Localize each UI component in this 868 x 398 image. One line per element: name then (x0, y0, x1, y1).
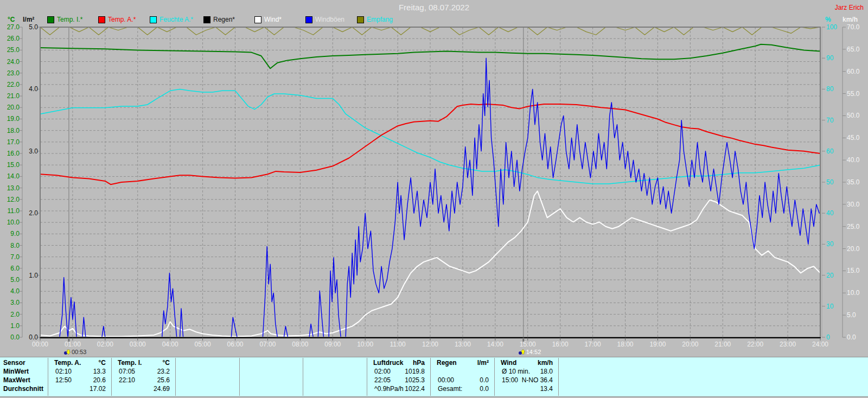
table-cell-value: 13.3 (57, 368, 106, 375)
axis-tick-kmh: 70.0 (847, 24, 859, 30)
axis-tick-pct: 80 (826, 86, 833, 92)
axis-tick-c: 25.0 (2, 47, 20, 53)
axis-tick-c: 15.0 (2, 162, 20, 168)
x-axis-tick: 19:00 (644, 341, 671, 348)
x-axis-tick: 15:00 (515, 341, 541, 348)
x-axis-tick: 09:00 (320, 341, 346, 348)
axis-tick-kmh: 25.0 (847, 223, 859, 230)
weather-station-window: Freitag, 08.07.2022 Jarz Erich °C l/m² %… (0, 0, 868, 398)
axis-tick-c: 20.0 (2, 104, 20, 111)
table-sensor-name: Temp. A. (54, 359, 81, 367)
axis-tick-c: 5.0 (2, 277, 20, 283)
axis-tick-lm2: 0.0 (23, 334, 38, 341)
weather-chart (0, 0, 868, 358)
axis-tick-kmh: 30.0 (847, 201, 859, 208)
axis-tick-c: 18.0 (2, 127, 20, 134)
axis-tick-c: 1.0 (2, 323, 20, 329)
x-axis-tick: 04:00 (157, 341, 183, 348)
sun-up-icon (518, 349, 525, 355)
table-cell-value: 0.0 (440, 376, 489, 384)
table-cell-value: 17.02 (57, 385, 106, 393)
table-sensor-unit: °C (142, 359, 170, 367)
axis-tick-c: 2.0 (2, 311, 20, 318)
axis-tick-lm2: 3.0 (23, 148, 38, 155)
table-cell-value: 24.69 (121, 385, 170, 393)
table-row-label: MinWert (3, 368, 29, 375)
axis-tick-kmh: 20.0 (847, 246, 859, 252)
sun-marker: 14:52 (518, 349, 541, 355)
x-axis-tick: 13:00 (450, 341, 476, 348)
axis-tick-c: 22.0 (2, 81, 20, 88)
axis-tick-c: 10.0 (2, 219, 20, 226)
axis-tick-kmh: 55.0 (847, 91, 859, 97)
sun-marker-time: 14:52 (526, 349, 541, 355)
x-axis-tick: 10:00 (352, 341, 378, 348)
table-column-divider (239, 358, 240, 396)
axis-tick-c: 12.0 (2, 196, 20, 203)
x-axis-tick: 05:00 (190, 341, 216, 348)
axis-tick-c: 26.0 (2, 35, 20, 42)
table-cell-value: 23.2 (121, 368, 170, 375)
x-axis-tick: 03:00 (125, 341, 151, 348)
axis-tick-c: 3.0 (2, 299, 20, 306)
table-cell-value: 1022.4 (376, 385, 425, 393)
x-axis-tick: 06:00 (222, 341, 248, 348)
axis-tick-c: 6.0 (2, 265, 20, 272)
axis-tick-c: 0.0 (2, 334, 20, 341)
axis-tick-kmh: 65.0 (847, 46, 859, 53)
sun-marker-time: 00:53 (72, 349, 87, 355)
axis-tick-pct: 0 (826, 334, 830, 341)
table-sensor-unit: l/m² (461, 359, 489, 367)
axis-tick-c: 13.0 (2, 185, 20, 191)
axis-tick-c: 24.0 (2, 59, 20, 65)
table-cell-value: 1025.3 (376, 376, 425, 384)
x-axis-tick: 22:00 (742, 341, 768, 348)
axis-tick-c: 9.0 (2, 230, 20, 237)
x-axis-tick: 16:00 (547, 341, 573, 348)
x-axis-tick: 20:00 (677, 341, 703, 348)
table-column-divider (175, 358, 176, 396)
axis-tick-pct: 20 (826, 272, 833, 279)
axis-tick-pct: 90 (826, 55, 833, 61)
axis-tick-kmh: 40.0 (847, 157, 859, 163)
sun-marker: 00:53 (63, 349, 87, 355)
sun-down-icon (63, 349, 71, 355)
axis-tick-c: 4.0 (2, 288, 20, 294)
axis-tick-kmh: 5.0 (847, 312, 856, 318)
table-cell-value: 0.0 (440, 385, 489, 393)
table-sensor-name: Regen (437, 359, 457, 367)
axis-tick-c: 27.0 (2, 24, 20, 30)
table-sensor-name: Wind (501, 359, 516, 367)
axis-tick-lm2: 1.0 (23, 272, 38, 279)
x-axis-tick: 14:00 (482, 341, 508, 348)
table-cell-value: 18.0 (504, 368, 553, 375)
axis-tick-c: 21.0 (2, 93, 20, 99)
x-axis-tick: 23:00 (775, 341, 801, 348)
x-axis-tick: 18:00 (612, 341, 639, 348)
table-row-label: Sensor (3, 359, 25, 367)
x-axis-tick: 17:00 (580, 341, 606, 348)
x-axis-tick: 11:00 (385, 341, 411, 348)
table-cell-value: 25.6 (121, 376, 170, 384)
axis-tick-c: 19.0 (2, 115, 20, 122)
table-row-label: MaxWert (3, 376, 30, 384)
table-column-divider (558, 358, 559, 396)
axis-tick-lm2: 5.0 (23, 24, 38, 30)
table-cell-value: N-NO 36.4 (504, 376, 553, 384)
series-windboeen (40, 58, 819, 337)
axis-tick-pct: 50 (826, 179, 833, 185)
axis-tick-pct: 40 (826, 210, 833, 216)
axis-tick-kmh: 45.0 (847, 134, 859, 141)
table-column-divider (430, 358, 431, 396)
axis-tick-kmh: 10.0 (847, 290, 859, 296)
table-column-divider (494, 358, 495, 396)
axis-tick-pct: 60 (826, 148, 833, 155)
axis-tick-pct: 70 (826, 117, 833, 124)
axis-tick-pct: 30 (826, 241, 833, 247)
table-sensor-unit: km/h (525, 359, 553, 367)
axis-tick-pct: 100 (826, 24, 837, 30)
x-axis-tick: 02:00 (92, 341, 118, 348)
table-cell-value: 20.6 (57, 376, 106, 384)
table-column-divider (111, 358, 112, 396)
x-axis-tick: 01:00 (60, 341, 86, 348)
